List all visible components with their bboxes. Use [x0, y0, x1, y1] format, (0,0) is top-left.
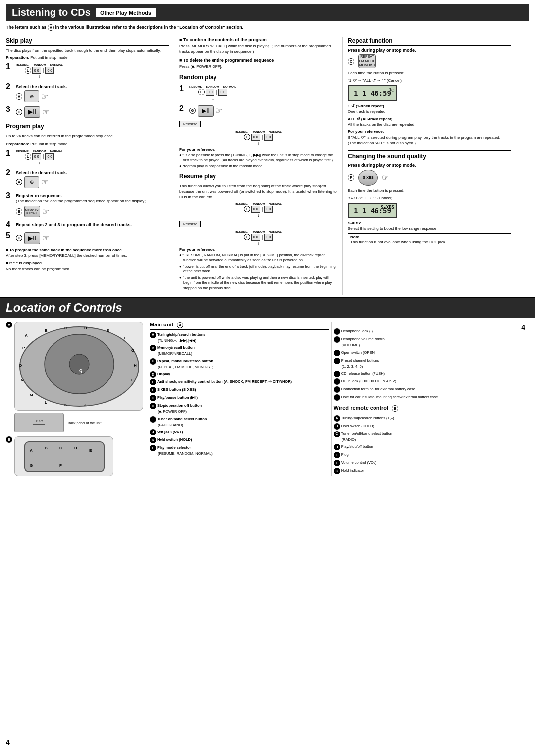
skip-play-section: Skip play The disc plays from the specif… — [6, 37, 169, 119]
svg-text:G: G — [30, 463, 33, 468]
svg-text:P: P — [22, 346, 25, 350]
ctrl-item-headphone: Headphone jack ( ) — [334, 328, 514, 335]
circle-a-skip: A — [16, 93, 22, 100]
device-svg-a: A B C D E F G H I P O N M — [15, 322, 144, 411]
resume-play-title: Resume play — [179, 173, 337, 181]
repeat-button[interactable]: REPEATFM MODEMONO/ST — [358, 54, 376, 68]
svg-text:B: B — [45, 328, 48, 333]
release-button-1[interactable]: Release — [179, 121, 201, 127]
hand-icon-5: ☞ — [42, 233, 49, 243]
ctrl-col-1: Main unit A A Tuning/skip/search buttons… — [150, 322, 331, 476]
section-a-label: A — [6, 322, 12, 328]
circle-g-rand: G — [189, 108, 196, 114]
ctrl-item-l: L Play mode selector (RESUME, RANDOM, NO… — [150, 445, 329, 457]
hand-icon-6: ☞ — [215, 106, 222, 115]
random-play-title: Random play — [179, 74, 337, 82]
ctrl-item-hole: Hole for car insulator mounting screw/ex… — [334, 394, 514, 401]
svg-text:B: B — [45, 446, 48, 450]
svg-text:A: A — [30, 448, 33, 453]
device-b-illustration: A B C D E F G — [14, 436, 113, 476]
repeat-function-title: Repeat function — [348, 37, 511, 46]
hand-icon-sxbs: ☞ — [382, 173, 389, 182]
svg-text:F: F — [59, 463, 62, 468]
ctrl-item-d: D Display — [150, 371, 329, 378]
middle-column: ■ To confirm the contents of the program… — [174, 37, 343, 295]
section-b-label: B — [6, 436, 12, 443]
program-play-title: Program play — [6, 123, 169, 131]
circle-g-prog: G — [16, 235, 22, 241]
skip-play-body: The disc plays from the specified track … — [6, 48, 169, 53]
svg-text:J: J — [84, 403, 86, 407]
ctrl-item-b: B Memory/recall button (MEMORY/RECALL) — [150, 345, 329, 357]
ctrl-item-a: A Tuning/skip/search buttons (TUNING,+,–… — [150, 332, 329, 344]
skip-step-3: 3 G ▶II ☞ — [6, 105, 169, 119]
content-area: Skip play The disc plays from the specif… — [6, 37, 529, 295]
ctrl-item-cd-release: CD release button (PUSH) — [334, 371, 514, 377]
svg-text:N: N — [21, 378, 24, 382]
svg-text:G: G — [131, 348, 134, 353]
resume-for-ref: For your reference: ●If [RESUME, RANDOM,… — [179, 247, 337, 291]
left-column: Skip play The disc plays from the specif… — [6, 37, 174, 295]
top-section: Listening to CDs Other Play Methods The … — [0, 0, 535, 298]
controls-content: A A B C — [0, 318, 535, 480]
circle-g-skip: G — [16, 109, 22, 115]
release-button-2[interactable]: Release — [179, 221, 201, 227]
ctrl-item-preset: Preset channel buttons (1, 2, 3, 4, 5) — [334, 358, 514, 370]
ctrl-item-open: Open switch (OPEN) — [334, 350, 514, 356]
circle-a-prog: A — [16, 179, 22, 185]
play-button-skip[interactable]: ▶II — [24, 106, 40, 118]
svg-text:D: D — [84, 326, 87, 330]
main-title: Listening to CDs — [12, 7, 91, 18]
svg-text:F: F — [124, 336, 126, 340]
sxbs-button[interactable]: S-XBS — [358, 170, 378, 186]
circle-l-rand: L — [198, 89, 205, 95]
wired-item-g: G Hold indicator — [334, 468, 514, 474]
header-badge: Other Play Methods — [96, 8, 156, 17]
ctrl-item-k: K Hold switch (HOLD) — [150, 437, 329, 443]
tuning-button[interactable]: ⊕ — [24, 90, 39, 102]
wired-item-e: E Plug — [334, 452, 514, 458]
prog-step-2: 2 Select the desired track. A ⊕ ☞ — [6, 168, 169, 189]
wired-remote-title: Wired remote control B — [334, 405, 514, 413]
ctrl-item-dc: DC in jack (⊖⇔⊕⇔ DC IN 4.5 V) — [334, 378, 514, 385]
svg-text:A: A — [25, 333, 28, 338]
ctrl-item-volume: Headphone volume control (VOLUME) — [334, 336, 514, 348]
svg-text:E: E — [89, 448, 92, 453]
rand-for-ref: For your reference: ●It is also possible… — [179, 147, 337, 169]
intro-text: The letters such as A in the various ill… — [6, 24, 529, 33]
display-prog-1: RESUME RANDOM NORMAL L 0 0 | 0 0 ↓ — [16, 150, 63, 165]
svg-text:D: D — [74, 446, 77, 450]
circle-l-prog: L — [25, 153, 31, 160]
repeat-function-section: Repeat function Press during play or sto… — [348, 37, 511, 146]
wired-item-b: B Hold switch (HOLD) — [334, 423, 514, 430]
tuning-button-prog[interactable]: ⊕ — [24, 176, 39, 188]
svg-text:K: K — [64, 403, 67, 407]
play-button-rand[interactable]: ▶II — [198, 105, 214, 117]
circle-f: F — [348, 174, 354, 181]
device-a-illustration: A B C D E F G H I P O N M — [14, 322, 143, 411]
resume-play-section: Resume play This function allows you to … — [179, 173, 337, 291]
ctrl-item-f: F S-XBS button (S-XBS) — [150, 387, 329, 393]
svg-text:C: C — [59, 446, 62, 450]
hand-icon-2: ☞ — [42, 108, 49, 117]
prog-step-4: 4 Repeat steps 2 and 3 to program all th… — [6, 220, 169, 229]
ctrl-item-i: I Tuner on/band select button (RADIO/BAN… — [150, 416, 329, 428]
display-resume-2: RESUME RANDOM NORMAL L 0 0 | 0 0 ↓ — [179, 230, 337, 246]
location-controls-header: Location of Controls — [0, 298, 535, 318]
confirm-program-section: ■ To confirm the contents of the program… — [179, 37, 337, 54]
play-button-prog[interactable]: ▶II — [24, 232, 40, 244]
sound-quality-title: Changing the sound quality — [348, 153, 511, 161]
program-play-body: Up to 24 tracks can be entered in the pr… — [6, 133, 169, 139]
repeat-lcd: 1 1 46:59 1○ — [348, 85, 397, 101]
display-rand-1: RESUME RANDOM NORMAL L 0 0 | 0 0 ↓ — [189, 85, 236, 101]
circle-b-prog: B — [16, 208, 22, 215]
circle-l-rand2: L — [244, 134, 250, 140]
hand-icon-4: ☞ — [42, 207, 49, 216]
svg-text:L: L — [45, 400, 47, 405]
ctrl-col-2: Headphone jack ( ) Headphone volume cont… — [331, 322, 516, 476]
memory-button[interactable]: MEMORY/RECALL — [24, 206, 40, 217]
svg-rect-20 — [25, 442, 104, 472]
circle-l-1: L — [25, 67, 31, 74]
ctrl-item-connection: Connection terminal for external battery… — [334, 386, 514, 393]
wired-item-d: D Play/stop/off button — [334, 444, 514, 450]
